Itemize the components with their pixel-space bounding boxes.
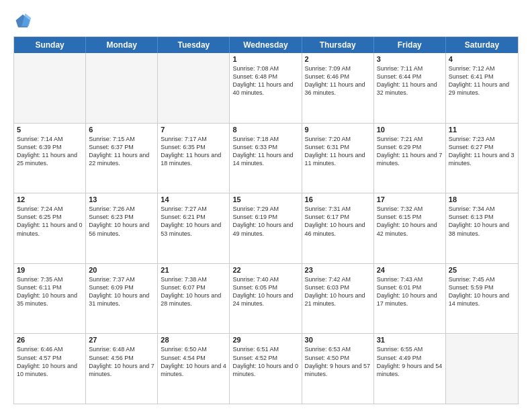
day-number: 31 xyxy=(377,336,443,344)
calendar-cell: 17Sunrise: 7:32 AM Sunset: 6:15 PM Dayli… xyxy=(374,193,446,263)
day-number: 9 xyxy=(305,126,371,134)
calendar-cell: 6Sunrise: 7:15 AM Sunset: 6:37 PM Daylig… xyxy=(86,124,158,193)
day-number: 16 xyxy=(305,195,371,203)
day-info: Sunrise: 6:48 AM Sunset: 4:56 PM Dayligh… xyxy=(89,345,154,378)
calendar-cell: 27Sunrise: 6:48 AM Sunset: 4:56 PM Dayli… xyxy=(86,334,158,404)
day-number: 15 xyxy=(232,195,298,203)
calendar-cell: 10Sunrise: 7:21 AM Sunset: 6:29 PM Dayli… xyxy=(374,124,446,193)
day-number: 25 xyxy=(449,266,515,274)
calendar-cell: 13Sunrise: 7:26 AM Sunset: 6:23 PM Dayli… xyxy=(86,193,158,263)
calendar-cell: 15Sunrise: 7:29 AM Sunset: 6:19 PM Dayli… xyxy=(230,193,302,263)
day-number: 18 xyxy=(449,195,515,203)
day-info: Sunrise: 7:42 AM Sunset: 6:03 PM Dayligh… xyxy=(305,275,371,308)
day-info: Sunrise: 7:15 AM Sunset: 6:37 PM Dayligh… xyxy=(89,135,154,168)
day-info: Sunrise: 6:46 AM Sunset: 4:57 PM Dayligh… xyxy=(17,345,83,378)
calendar-cell: 3Sunrise: 7:11 AM Sunset: 6:44 PM Daylig… xyxy=(374,53,446,123)
day-info: Sunrise: 7:34 AM Sunset: 6:13 PM Dayligh… xyxy=(449,205,515,238)
day-number: 24 xyxy=(377,266,443,274)
day-number: 26 xyxy=(17,336,83,344)
calendar-cell: 11Sunrise: 7:23 AM Sunset: 6:27 PM Dayli… xyxy=(446,124,518,193)
day-info: Sunrise: 7:29 AM Sunset: 6:19 PM Dayligh… xyxy=(232,205,298,238)
day-number: 4 xyxy=(449,55,515,63)
calendar-cell: 1Sunrise: 7:08 AM Sunset: 6:48 PM Daylig… xyxy=(230,53,302,123)
week-row-1: 1Sunrise: 7:08 AM Sunset: 6:48 PM Daylig… xyxy=(14,53,518,124)
calendar-cell: 20Sunrise: 7:37 AM Sunset: 6:09 PM Dayli… xyxy=(86,264,158,334)
day-info: Sunrise: 6:55 AM Sunset: 4:49 PM Dayligh… xyxy=(377,345,443,378)
day-info: Sunrise: 7:12 AM Sunset: 6:41 PM Dayligh… xyxy=(449,64,515,97)
week-row-3: 12Sunrise: 7:24 AM Sunset: 6:25 PM Dayli… xyxy=(14,193,518,264)
day-info: Sunrise: 7:37 AM Sunset: 6:09 PM Dayligh… xyxy=(89,275,154,308)
day-number: 6 xyxy=(89,126,154,134)
day-info: Sunrise: 7:08 AM Sunset: 6:48 PM Dayligh… xyxy=(232,64,298,97)
calendar-cell: 26Sunrise: 6:46 AM Sunset: 4:57 PM Dayli… xyxy=(14,334,86,404)
calendar-cell: 30Sunrise: 6:53 AM Sunset: 4:50 PM Dayli… xyxy=(302,334,374,404)
day-info: Sunrise: 6:53 AM Sunset: 4:50 PM Dayligh… xyxy=(305,345,371,378)
day-info: Sunrise: 7:17 AM Sunset: 6:35 PM Dayligh… xyxy=(161,135,226,168)
day-number: 19 xyxy=(17,266,83,274)
calendar-cell: 16Sunrise: 7:31 AM Sunset: 6:17 PM Dayli… xyxy=(302,193,374,263)
day-number: 27 xyxy=(89,336,154,344)
calendar-cell: 2Sunrise: 7:09 AM Sunset: 6:46 PM Daylig… xyxy=(302,53,374,123)
calendar-cell: 25Sunrise: 7:45 AM Sunset: 5:59 PM Dayli… xyxy=(446,264,518,334)
logo-icon xyxy=(13,12,32,31)
day-info: Sunrise: 7:38 AM Sunset: 6:07 PM Dayligh… xyxy=(161,275,226,308)
day-info: Sunrise: 7:09 AM Sunset: 6:46 PM Dayligh… xyxy=(305,64,371,97)
day-number: 11 xyxy=(449,126,515,134)
header-day-saturday: Saturday xyxy=(446,37,518,53)
day-number: 28 xyxy=(161,336,226,344)
day-number: 3 xyxy=(377,55,443,63)
day-number: 2 xyxy=(305,55,371,63)
calendar: SundayMondayTuesdayWednesdayThursdayFrid… xyxy=(13,36,519,404)
day-number: 29 xyxy=(232,336,298,344)
day-number: 14 xyxy=(161,195,226,203)
calendar-cell: 23Sunrise: 7:42 AM Sunset: 6:03 PM Dayli… xyxy=(302,264,374,334)
day-number: 22 xyxy=(232,266,298,274)
calendar-cell: 24Sunrise: 7:43 AM Sunset: 6:01 PM Dayli… xyxy=(374,264,446,334)
day-number: 8 xyxy=(232,126,298,134)
day-info: Sunrise: 7:11 AM Sunset: 6:44 PM Dayligh… xyxy=(377,64,443,97)
day-number: 20 xyxy=(89,266,154,274)
calendar-cell: 21Sunrise: 7:38 AM Sunset: 6:07 PM Dayli… xyxy=(158,264,230,334)
calendar-cell xyxy=(14,53,86,123)
day-number: 12 xyxy=(17,195,83,203)
header xyxy=(13,12,519,31)
day-info: Sunrise: 7:20 AM Sunset: 6:31 PM Dayligh… xyxy=(305,135,371,168)
calendar-cell: 22Sunrise: 7:40 AM Sunset: 6:05 PM Dayli… xyxy=(230,264,302,334)
week-row-2: 5Sunrise: 7:14 AM Sunset: 6:39 PM Daylig… xyxy=(14,124,518,194)
header-day-sunday: Sunday xyxy=(14,37,86,53)
calendar-cell xyxy=(158,53,230,123)
calendar-body: 1Sunrise: 7:08 AM Sunset: 6:48 PM Daylig… xyxy=(14,53,518,404)
day-number: 23 xyxy=(305,266,371,274)
calendar-cell xyxy=(86,53,158,123)
day-info: Sunrise: 6:51 AM Sunset: 4:52 PM Dayligh… xyxy=(232,345,298,378)
day-number: 30 xyxy=(305,336,371,344)
logo xyxy=(13,12,35,31)
calendar-cell: 5Sunrise: 7:14 AM Sunset: 6:39 PM Daylig… xyxy=(14,124,86,193)
calendar-cell xyxy=(446,334,518,404)
day-info: Sunrise: 7:45 AM Sunset: 5:59 PM Dayligh… xyxy=(449,275,515,308)
page: SundayMondayTuesdayWednesdayThursdayFrid… xyxy=(0,0,532,411)
calendar-cell: 14Sunrise: 7:27 AM Sunset: 6:21 PM Dayli… xyxy=(158,193,230,263)
calendar-cell: 18Sunrise: 7:34 AM Sunset: 6:13 PM Dayli… xyxy=(446,193,518,263)
header-day-friday: Friday xyxy=(374,37,446,53)
day-info: Sunrise: 7:35 AM Sunset: 6:11 PM Dayligh… xyxy=(17,275,83,308)
calendar-cell: 9Sunrise: 7:20 AM Sunset: 6:31 PM Daylig… xyxy=(302,124,374,193)
day-info: Sunrise: 7:27 AM Sunset: 6:21 PM Dayligh… xyxy=(161,205,226,238)
day-info: Sunrise: 7:14 AM Sunset: 6:39 PM Dayligh… xyxy=(17,135,83,168)
calendar-cell: 7Sunrise: 7:17 AM Sunset: 6:35 PM Daylig… xyxy=(158,124,230,193)
day-number: 10 xyxy=(377,126,443,134)
calendar-cell: 19Sunrise: 7:35 AM Sunset: 6:11 PM Dayli… xyxy=(14,264,86,334)
day-number: 5 xyxy=(17,126,83,134)
calendar-cell: 4Sunrise: 7:12 AM Sunset: 6:41 PM Daylig… xyxy=(446,53,518,123)
calendar-cell: 12Sunrise: 7:24 AM Sunset: 6:25 PM Dayli… xyxy=(14,193,86,263)
calendar-cell: 31Sunrise: 6:55 AM Sunset: 4:49 PM Dayli… xyxy=(374,334,446,404)
day-info: Sunrise: 7:43 AM Sunset: 6:01 PM Dayligh… xyxy=(377,275,443,308)
day-number: 21 xyxy=(161,266,226,274)
calendar-cell: 29Sunrise: 6:51 AM Sunset: 4:52 PM Dayli… xyxy=(230,334,302,404)
day-info: Sunrise: 7:24 AM Sunset: 6:25 PM Dayligh… xyxy=(17,205,83,238)
header-day-thursday: Thursday xyxy=(302,37,374,53)
day-info: Sunrise: 7:21 AM Sunset: 6:29 PM Dayligh… xyxy=(377,135,443,168)
day-info: Sunrise: 7:23 AM Sunset: 6:27 PM Dayligh… xyxy=(449,135,515,168)
header-day-tuesday: Tuesday xyxy=(158,37,230,53)
day-info: Sunrise: 7:32 AM Sunset: 6:15 PM Dayligh… xyxy=(377,205,443,238)
